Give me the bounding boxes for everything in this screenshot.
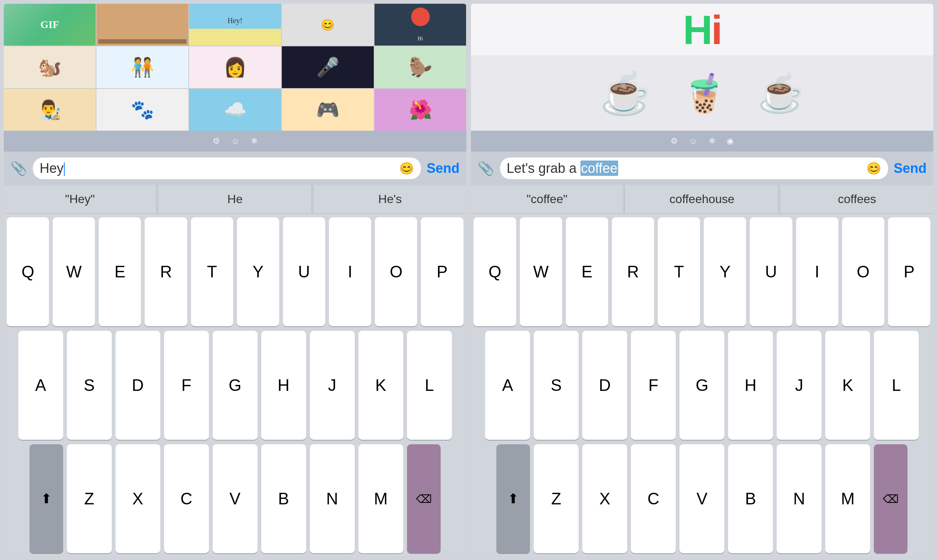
paperclip-icon[interactable]: 📎: [11, 160, 27, 176]
right-gear-icon[interactable]: ⚙: [670, 136, 678, 146]
right-autocomplete-bar: "coffee" coffeehouse coffees: [471, 185, 934, 214]
right-key-W[interactable]: W: [520, 217, 562, 326]
key-W[interactable]: W: [53, 217, 95, 326]
right-key-B[interactable]: B: [728, 444, 773, 553]
right-key-N[interactable]: N: [776, 444, 821, 553]
coffee-emoji-1[interactable]: ☕: [600, 69, 651, 118]
right-key-T[interactable]: T: [658, 217, 700, 326]
autocomplete-item-1[interactable]: He: [159, 185, 312, 213]
right-key-S[interactable]: S: [534, 331, 579, 440]
key-J[interactable]: J: [310, 331, 355, 440]
key-E[interactable]: E: [99, 217, 141, 326]
left-emoji-button[interactable]: 😊: [399, 161, 414, 175]
right-key-U[interactable]: U: [750, 217, 792, 326]
right-key-Z[interactable]: Z: [534, 444, 579, 553]
left-message-input[interactable]: Hey 😊: [32, 157, 421, 180]
key-H[interactable]: H: [261, 331, 306, 440]
right-divider-2: [779, 185, 780, 213]
key-B[interactable]: B: [261, 444, 306, 553]
key-P[interactable]: P: [421, 217, 463, 326]
right-divider-1: [624, 185, 625, 213]
right-key-G[interactable]: G: [679, 331, 724, 440]
key-Z[interactable]: Z: [67, 444, 112, 553]
gif-cell-4[interactable]: 😊: [282, 4, 374, 46]
right-key-M[interactable]: M: [825, 444, 870, 553]
right-key-H[interactable]: H: [728, 331, 773, 440]
gif-cell-6[interactable]: 🐿️: [4, 46, 96, 88]
right-emoji-button[interactable]: 😊: [866, 161, 881, 175]
key-T[interactable]: T: [191, 217, 233, 326]
gif-cell-12[interactable]: 🐾: [96, 89, 188, 131]
autocomplete-item-0[interactable]: "Hey": [4, 185, 157, 213]
right-key-J[interactable]: J: [776, 331, 821, 440]
gif-cell-3[interactable]: Hey!: [189, 4, 281, 46]
key-backspace[interactable]: ⌫: [407, 444, 441, 553]
right-key-A[interactable]: A: [485, 331, 530, 440]
key-K[interactable]: K: [358, 331, 403, 440]
key-I[interactable]: I: [329, 217, 371, 326]
key-shift[interactable]: ⬆: [29, 444, 63, 553]
right-key-Q[interactable]: Q: [474, 217, 516, 326]
left-key-row-1: Q W E R T Y U I O P: [7, 217, 463, 326]
key-F[interactable]: F: [164, 331, 209, 440]
right-key-K[interactable]: K: [825, 331, 870, 440]
right-key-L[interactable]: L: [874, 331, 919, 440]
key-Q[interactable]: Q: [7, 217, 49, 326]
right-key-C[interactable]: C: [631, 444, 676, 553]
right-snowflake-icon[interactable]: ❄: [709, 136, 715, 146]
coffee-emoji-2[interactable]: 🧋: [681, 71, 728, 115]
key-L[interactable]: L: [407, 331, 452, 440]
key-V[interactable]: V: [213, 444, 258, 553]
key-D[interactable]: D: [116, 331, 161, 440]
gif-cell-2[interactable]: [96, 4, 188, 46]
right-key-O[interactable]: O: [842, 217, 884, 326]
key-Y[interactable]: Y: [237, 217, 279, 326]
gif-cell-10[interactable]: 🦫: [375, 46, 466, 88]
right-key-P[interactable]: P: [888, 217, 930, 326]
key-N[interactable]: N: [310, 444, 355, 553]
gif-cell-5[interactable]: Hi: [375, 4, 466, 46]
right-key-V[interactable]: V: [679, 444, 724, 553]
right-send-button[interactable]: Send: [894, 160, 926, 176]
key-S[interactable]: S: [67, 331, 112, 440]
right-paperclip-icon[interactable]: 📎: [478, 160, 494, 176]
right-key-E[interactable]: E: [566, 217, 608, 326]
right-key-X[interactable]: X: [582, 444, 627, 553]
right-key-I[interactable]: I: [796, 217, 838, 326]
gif-cell-15[interactable]: 🌺: [375, 89, 466, 131]
right-message-input[interactable]: Let's grab a coffee 😊: [500, 157, 888, 180]
right-key-F[interactable]: F: [631, 331, 676, 440]
coffee-emoji-3[interactable]: ☕: [758, 71, 804, 115]
right-key-Y[interactable]: Y: [704, 217, 746, 326]
key-G[interactable]: G: [213, 331, 258, 440]
right-key-shift[interactable]: ⬆: [496, 444, 530, 553]
right-autocomplete-item-2[interactable]: coffees: [781, 185, 933, 213]
left-autocomplete-bar: "Hey" He He's: [4, 185, 466, 214]
left-send-button[interactable]: Send: [426, 160, 459, 176]
gif-cell-9[interactable]: 🎤: [282, 46, 374, 88]
right-key-R[interactable]: R: [612, 217, 654, 326]
right-autocomplete-item-0[interactable]: "coffee": [471, 185, 624, 213]
gif-cell-13[interactable]: ☁️: [189, 89, 281, 131]
autocomplete-item-2[interactable]: He's: [314, 185, 466, 213]
right-circle-icon[interactable]: ◉: [727, 136, 734, 146]
key-A[interactable]: A: [18, 331, 63, 440]
gif-cell-8[interactable]: 👩: [189, 46, 281, 88]
right-key-D[interactable]: D: [582, 331, 627, 440]
key-O[interactable]: O: [375, 217, 417, 326]
gif-cell-7[interactable]: 🧑‍🤝‍🧑: [96, 46, 188, 88]
smiley-icon[interactable]: ☺: [232, 136, 239, 146]
gif-cell-1[interactable]: GIF: [4, 4, 96, 46]
gif-cell-14[interactable]: 🎮: [282, 89, 374, 131]
right-key-backspace[interactable]: ⌫: [874, 444, 908, 553]
key-C[interactable]: C: [164, 444, 209, 553]
key-U[interactable]: U: [283, 217, 325, 326]
snowflake-icon[interactable]: ❄: [251, 136, 258, 146]
key-M[interactable]: M: [358, 444, 403, 553]
right-smiley-icon[interactable]: ☺: [689, 136, 698, 146]
gear-icon[interactable]: ⚙: [213, 136, 220, 146]
right-autocomplete-item-1[interactable]: coffeehouse: [626, 185, 778, 213]
key-X[interactable]: X: [116, 444, 161, 553]
gif-cell-11[interactable]: 👨‍🎨: [4, 89, 96, 131]
key-R[interactable]: R: [145, 217, 187, 326]
